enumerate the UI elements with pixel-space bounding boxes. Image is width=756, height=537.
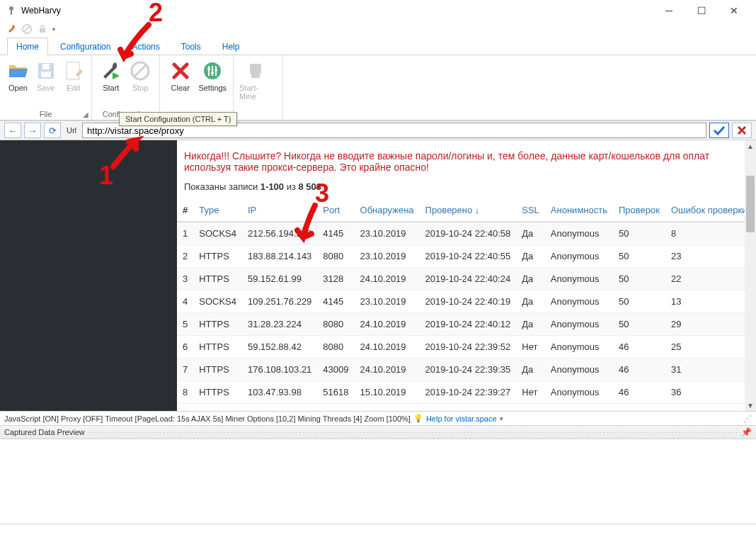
table-row[interactable]: 8HTTPS103.47.93.985161815.10.20192019-10… — [177, 381, 756, 404]
svg-rect-1 — [11, 10, 12, 15]
stop-button[interactable]: Stop — [126, 58, 156, 94]
col-header[interactable]: SSL — [516, 199, 545, 222]
tab-home[interactable]: Home — [7, 38, 48, 55]
table-cell: 109.251.76.229 — [242, 290, 317, 313]
table-cell: Anonymous — [545, 268, 613, 290]
col-header[interactable]: Анонимность — [545, 199, 613, 222]
settings-label: Settings — [198, 84, 227, 92]
settings-button[interactable]: Settings — [197, 58, 229, 94]
tab-configuration[interactable]: Configuration — [51, 38, 120, 55]
minimize-button[interactable]: ─ — [653, 0, 685, 21]
table-cell: 31 — [665, 358, 752, 381]
table-cell: Anonymous — [545, 290, 613, 313]
go-button[interactable] — [709, 123, 729, 138]
table-cell: Anonymous — [545, 336, 613, 358]
table-row[interactable]: 3HTTPS59.152.61.99312824.10.20192019-10-… — [177, 268, 756, 290]
table-cell: 4145 — [317, 222, 354, 245]
scroll-thumb[interactable] — [746, 176, 755, 232]
table-cell: 36 — [665, 381, 752, 404]
col-header[interactable]: # — [177, 199, 193, 222]
table-cell: HTTPS — [193, 336, 242, 358]
table-row[interactable]: 4SOCKS4109.251.76.229414523.10.20192019-… — [177, 290, 756, 313]
table-cell: 50 — [613, 245, 665, 268]
svg-rect-4 — [40, 28, 45, 33]
table-cell: 2 — [177, 245, 193, 268]
app-icon — [6, 5, 17, 16]
reload-button[interactable]: ⟳ — [44, 123, 61, 138]
svg-rect-6 — [41, 72, 51, 77]
status-help-link[interactable]: Help for vistar.space — [426, 414, 497, 423]
scroll-up-icon[interactable]: ▲ — [745, 140, 756, 152]
table-cell: 51618 — [317, 381, 354, 404]
showing-range: 1-100 — [260, 181, 284, 192]
table-cell: HTTPS — [193, 313, 242, 336]
table-cell: Нет — [516, 381, 545, 404]
col-header[interactable]: Type — [193, 199, 242, 222]
tab-tools[interactable]: Tools — [172, 38, 210, 55]
ribbon-group-file: Open Save Edit File◢ — [0, 55, 92, 120]
maximize-button[interactable]: ☐ — [685, 0, 718, 21]
start-mine-button[interactable]: Start-Mine — [238, 58, 273, 102]
dialog-launcher-icon[interactable]: ◢ — [83, 111, 88, 118]
table-cell: 23.10.2019 — [355, 290, 420, 313]
stop-icon[interactable] — [21, 23, 33, 35]
col-header[interactable]: IP — [242, 199, 317, 222]
table-cell: 2019-10-24 22:39:52 — [420, 336, 517, 358]
tab-help[interactable]: Help — [213, 38, 249, 55]
clear-x-icon — [169, 60, 192, 82]
warning-text: Никогда!!! Слышите? Никогда не вводите в… — [177, 140, 756, 177]
save-button[interactable]: Save — [32, 58, 59, 94]
table-cell: 13 — [665, 290, 752, 313]
col-header[interactable]: Обнаружена — [355, 199, 420, 222]
table-cell: 15.10.2019 — [355, 381, 420, 404]
tab-actions[interactable]: Actions — [122, 38, 168, 55]
col-header[interactable]: Ошибок проверки — [665, 199, 752, 222]
col-header[interactable]: Проверок — [613, 199, 665, 222]
browser-page: Никогда!!! Слышите? Никогда не вводите в… — [177, 140, 756, 411]
edit-button[interactable]: Edit — [59, 58, 87, 94]
table-cell: 50 — [613, 290, 665, 313]
scroll-down-icon[interactable]: ▼ — [745, 400, 756, 411]
quick-access-toolbar: ▾ — [0, 21, 756, 37]
pin-icon[interactable]: 📌 — [741, 427, 752, 437]
resize-grip-icon[interactable]: ⋰ — [743, 414, 752, 424]
clear-button[interactable]: Clear — [164, 58, 197, 94]
ribbon-group-mine: Start-Mine — [234, 55, 283, 120]
status-text: JavaScript [ON] Proxy [OFF] Timeout [Pag… — [4, 414, 411, 423]
table-row[interactable]: 6HTTPS59.152.88.42808024.10.20192019-10-… — [177, 336, 756, 358]
table-cell: HTTPS — [193, 358, 242, 381]
table-cell: 50 — [613, 313, 665, 336]
table-cell: 5 — [177, 313, 193, 336]
showing-prefix: Показаны записи — [184, 181, 260, 192]
col-header[interactable]: Проверено ↓ — [420, 199, 517, 222]
close-button[interactable]: ✕ — [718, 0, 750, 21]
stop-label: Stop — [132, 84, 149, 92]
back-button[interactable]: ← — [4, 123, 21, 138]
table-cell: 23.10.2019 — [355, 222, 420, 245]
wrench-icon[interactable] — [6, 23, 17, 35]
status-dropdown-icon[interactable]: ▾ — [500, 415, 503, 422]
vertical-scrollbar[interactable]: ▲ ▼ — [745, 140, 756, 411]
table-row[interactable]: 1SOCKS4212.56.194.238414523.10.20192019-… — [177, 222, 756, 245]
qat-dropdown-icon[interactable]: ▾ — [52, 26, 55, 33]
table-cell: 24.10.2019 — [355, 358, 420, 381]
table-cell: 7 — [177, 358, 193, 381]
start-button[interactable]: Start — [96, 58, 126, 94]
clear-label: Clear — [171, 84, 190, 92]
table-row[interactable]: 2HTTPS183.88.214.143808023.10.20192019-1… — [177, 245, 756, 268]
table-cell: 23.10.2019 — [355, 245, 420, 268]
col-header[interactable]: Port — [317, 199, 354, 222]
open-button[interactable]: Open — [4, 58, 32, 94]
stop-circle-icon — [129, 60, 151, 82]
url-bar: ← → ⟳ Url — [0, 120, 756, 140]
table-row[interactable]: 5HTTPS31.28.23.224808024.10.20192019-10-… — [177, 313, 756, 336]
ribbon-group-configuration: Start Stop Configuration◢ — [92, 55, 160, 120]
svg-point-20 — [214, 69, 217, 72]
table-cell: 8 — [177, 381, 193, 404]
table-row[interactable]: 7HTTPS176.108.103.214300924.10.20192019-… — [177, 358, 756, 381]
svg-rect-21 — [250, 64, 261, 74]
save-icon — [35, 60, 57, 82]
lock-icon[interactable] — [37, 23, 48, 35]
cancel-button[interactable] — [732, 123, 752, 138]
forward-button[interactable]: → — [24, 123, 41, 138]
